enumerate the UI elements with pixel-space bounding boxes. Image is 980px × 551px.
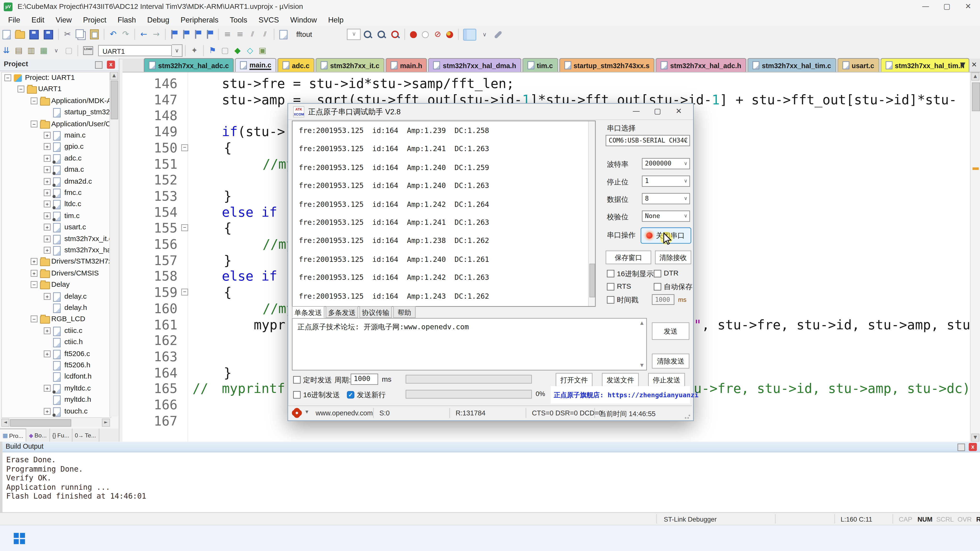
save-window-button[interactable]: 保存窗口 [606,251,651,264]
rebuild-icon[interactable]: ▥ [25,44,37,57]
project-tree-vscrollbar[interactable]: ▲ [109,72,118,417]
tab-stm32h7xx_hal_dma.h[interactable]: stm32h7xx_hal_dma.h [428,58,521,72]
tab-startup_stm32h743xx.s[interactable]: startup_stm32h743xx.s [559,58,655,72]
pin-icon[interactable] [958,444,965,451]
pack-manager-icon[interactable]: ▣ [256,44,269,57]
menu-file[interactable]: File [2,14,26,26]
tab-adc.c[interactable]: adc.c [278,58,314,72]
tree-item-delay.h[interactable]: delay.h [2,302,111,313]
bookmark-toggle-icon[interactable] [170,30,178,39]
expand-icon[interactable]: + [44,155,51,162]
uncomment-icon[interactable]: ⫽ [259,28,271,41]
tree-item-touch.c[interactable]: +touch.c [2,406,111,417]
minimize-button[interactable]: — [915,0,936,13]
menu-flash[interactable]: Flash [112,14,142,26]
hex-display-checkbox[interactable] [607,270,614,277]
find-next-icon[interactable] [377,29,387,40]
tree-item-gpio.c[interactable]: +gpio.c [2,141,111,152]
save-icon[interactable] [29,30,39,39]
tab-stm32h7xx_hal_adc.c[interactable]: stm32h7xx_hal_adc.c [144,58,234,72]
window-layout-icon[interactable] [463,29,477,40]
batch-build-icon[interactable]: ▦ [38,44,50,57]
scroll-up-icon[interactable]: ▲ [110,72,118,80]
tree-item-ltdc.c[interactable]: +ltdc.c [2,199,111,210]
send-tab-2[interactable]: 多条发送 [326,306,358,318]
panel-close-icon[interactable]: x [969,443,977,451]
expand-icon[interactable]: + [44,224,51,231]
tab-tim.c[interactable]: tim.c [523,58,558,72]
expand-icon[interactable]: + [44,350,51,357]
collapse-icon[interactable]: − [30,316,38,322]
stop-send-button[interactable]: 停止发送 [648,373,685,387]
tree-item-RGB_LCD[interactable]: −RGB_LCD [2,314,111,325]
port-select-combo[interactable]: COM6:USB-SERIAL CH34C∨ [606,135,690,146]
panel-close-icon[interactable]: x [107,60,115,68]
bookmark-prev-icon[interactable] [182,30,190,39]
breakpoint-kill-icon[interactable] [447,31,453,38]
tab-overflow-icon[interactable]: ▼ [960,60,965,70]
save-all-icon[interactable] [44,30,53,39]
rts-checkbox[interactable] [607,283,614,290]
tree-item-lcdfont.h[interactable]: lcdfont.h [2,372,111,383]
expand-icon[interactable]: + [44,408,51,415]
tree-item-myltdc.h[interactable]: myltdc.h [2,394,111,406]
settings-gear-icon[interactable] [293,409,301,417]
menu-project[interactable]: Project [77,14,112,26]
expand-icon[interactable]: + [44,293,51,300]
breakpoint-disable-icon[interactable]: ⊘ [431,28,444,41]
close-button[interactable]: ✕ [958,0,979,13]
xcom-close-button[interactable]: ✕ [670,104,688,119]
menu-edit[interactable]: Edit [26,14,50,26]
build-icon[interactable]: ▤ [13,44,25,57]
scroll-thumb[interactable] [589,264,595,297]
tree-item-UART1[interactable]: −UART1 [2,84,111,95]
panel-tab-Bo[interactable]: ◆Bo... [26,429,50,442]
pin-icon[interactable] [95,61,102,68]
cut-icon[interactable]: ✂ [61,28,74,41]
collapse-icon[interactable]: − [30,281,38,288]
tree-item-Drivers-CMSIS[interactable]: +Drivers/CMSIS [2,268,111,279]
expand-icon[interactable]: + [44,189,51,196]
scroll-right-icon[interactable]: ► [102,419,110,427]
send-tab-1[interactable]: 单条发送 [292,306,325,318]
xcom-maximize-button[interactable]: ▢ [648,104,667,119]
send-tab-3[interactable]: 协议传输 [360,306,392,318]
breakpoint-toggle-icon[interactable] [410,31,417,38]
breakpoint-enable-icon[interactable] [422,31,429,38]
xcom-titlebar[interactable]: ATKXCOM 正点原子串口调试助手 V2.8 — ▢ ✕ [288,104,693,120]
dtr-checkbox[interactable] [654,270,661,277]
hex-send-checkbox[interactable] [293,391,301,399]
tab-main.c[interactable]: main.c [235,58,276,72]
collapse-icon[interactable]: − [30,120,38,127]
tree-item-ft5206.h[interactable]: ft5206.h [2,360,111,371]
menu-peripherals[interactable]: Peripherals [175,14,224,26]
expand-icon[interactable]: + [44,327,51,334]
navigate-forward-icon[interactable]: → [150,28,162,41]
expand-icon[interactable]: + [30,258,38,265]
configure-icon[interactable] [494,30,503,38]
menu-help[interactable]: Help [323,14,349,26]
tree-item-dma.c[interactable]: +dma.c [2,165,111,176]
maximize-button[interactable]: ▢ [936,0,958,13]
search-history-combo[interactable]: fftout [294,30,312,38]
expand-icon[interactable]: + [44,247,51,254]
bookmark-next-icon[interactable] [194,30,202,39]
pack-green-icon[interactable]: ◆ [231,44,244,57]
tab-usart.c[interactable]: usart.c [837,58,879,72]
target-dropdown-icon[interactable]: ∨ [172,44,182,57]
xcom-minimize-button[interactable]: — [627,104,646,119]
panel-tab-Pro[interactable]: ▦Pro... [0,429,26,442]
find-icon[interactable] [363,29,373,40]
timestamp-period-input[interactable]: 1000 [652,294,675,305]
copy-icon[interactable] [76,29,84,38]
expand-icon[interactable]: + [44,166,51,173]
menu-debug[interactable]: Debug [142,14,175,26]
stop-build-icon[interactable]: ▢ [62,44,75,57]
target-select-combo[interactable]: UART1 [98,45,172,56]
send-button[interactable]: 发送 [652,322,690,340]
tree-item-delay.c[interactable]: +delay.c [2,291,111,302]
indent-icon[interactable]: ≡ [234,28,246,41]
tree-item-tim.c[interactable]: +tim.c [2,210,111,222]
send-textarea[interactable]: 正点原子技术论坛: 开源电子网:www.openedv.com ▲ ▼ [292,318,647,370]
tab-close-icon[interactable]: ✕ [971,60,977,70]
